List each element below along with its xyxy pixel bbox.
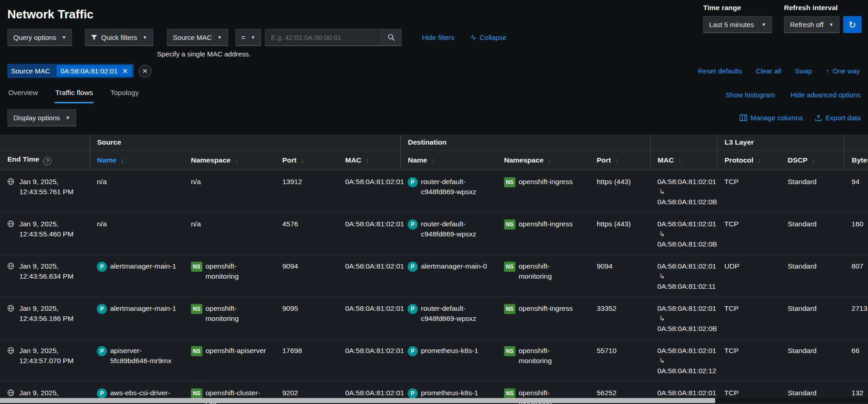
end-time-line1: Jan 9, 2025, xyxy=(19,346,73,356)
top-right-controls: Time range Last 5 minutes ▼ Refresh inte… xyxy=(703,4,862,33)
hide-filters-link[interactable]: Hide filters xyxy=(422,34,454,41)
table-row[interactable]: Jan 9, 2025, 12:43:55.460 PM P n/a NS n/… xyxy=(0,212,868,254)
group-l3-layer: L3 Layer xyxy=(717,135,844,150)
end-time-line1: Jan 9, 2025, xyxy=(19,177,73,187)
refresh-button[interactable]: ↻ xyxy=(843,16,862,33)
source-name-cell: P n/a xyxy=(90,170,184,212)
scrollbar-thumb[interactable] xyxy=(0,398,715,403)
source-port-cell: 9095 xyxy=(275,297,338,339)
refresh-interval-select[interactable]: Refresh off ▼ xyxy=(784,16,840,33)
tab-topology[interactable]: Topology xyxy=(109,86,140,103)
column-destination-namespace-label: Namespace xyxy=(504,156,543,164)
one-way-link[interactable]: ↑ One way xyxy=(826,67,860,75)
pod-badge: P xyxy=(408,388,418,398)
source-namespace-cell: NS openshift-monitoring xyxy=(184,254,275,297)
column-source-mac[interactable]: MAC↕ xyxy=(338,150,400,170)
source-name: alertmanager-main-1 xyxy=(110,303,176,314)
collapse-link[interactable]: Collapse xyxy=(470,34,506,41)
end-time-line2: 12:43:55.460 PM xyxy=(19,229,73,239)
destination-name-cell: P router-default-c948fd869-wpsxz xyxy=(400,212,497,254)
column-bytes[interactable]: Bytes↕ xyxy=(844,150,868,170)
table-row[interactable]: Jan 9, 2025, 12:43:55.761 PM P n/a NS n/… xyxy=(0,170,868,212)
reset-defaults-link[interactable]: Reset defaults xyxy=(698,67,742,75)
table-row[interactable]: Jan 9, 2025, 12:43:56.186 PM P alertmana… xyxy=(0,297,868,339)
column-source-port[interactable]: Port↕ xyxy=(275,150,338,170)
column-protocol[interactable]: Protocol↕ xyxy=(717,150,780,170)
column-source-name[interactable]: Name↓ xyxy=(90,150,184,170)
manage-columns-link[interactable]: Manage columns xyxy=(739,114,803,122)
namespace-badge: NS xyxy=(504,262,515,272)
quick-filters-dropdown[interactable]: Quick filters ▼ xyxy=(85,29,153,46)
close-icon: ✕ xyxy=(142,67,148,75)
namespace-badge: NS xyxy=(504,388,515,398)
hide-advanced-options-link[interactable]: Hide advanced options xyxy=(790,91,861,99)
help-icon[interactable]: ? xyxy=(43,157,51,165)
source-namespace-cell: NS openshift-apiserver xyxy=(184,339,275,381)
clear-all-link[interactable]: Clear all xyxy=(756,67,781,75)
clear-filter-group-button[interactable]: ✕ xyxy=(139,65,151,78)
column-mac-label: MAC xyxy=(658,156,674,164)
source-name: alertmanager-main-1 xyxy=(110,261,176,271)
column-end-time[interactable]: End Time? xyxy=(0,150,90,170)
destination-name-cell: P router-default-c948fd869-wpsxz xyxy=(400,297,497,339)
destination-name-cell: P prometheus-k8s-1 xyxy=(400,339,497,381)
source-name: aws-ebs-csi-driver- xyxy=(110,388,170,398)
reset-defaults-label: Reset defaults xyxy=(698,67,742,75)
filter-helper-text: Specify a single MAC address. xyxy=(0,50,868,58)
destination-port-cell: 55710 xyxy=(589,339,650,381)
mac-source-value: 0A:58:0A:81:02:01 xyxy=(657,219,710,229)
end-time-line1: Jan 9, 2025, xyxy=(19,303,73,314)
group-spacer xyxy=(844,135,868,150)
search-button[interactable] xyxy=(381,29,402,46)
show-histogram-link[interactable]: Show histogram xyxy=(726,91,775,99)
protocol-cell: UDP xyxy=(717,254,780,297)
chevron-down-icon: ▼ xyxy=(62,35,66,40)
pod-badge: P xyxy=(408,262,418,272)
swap-link[interactable]: Swap xyxy=(795,67,812,75)
globe-icon xyxy=(7,389,14,396)
tab-overview[interactable]: Overview xyxy=(7,86,39,103)
filter-value-input[interactable] xyxy=(265,29,381,46)
mac-source-value: 0A:58:0A:81:02:01 xyxy=(657,303,710,314)
table-column-header-row: End Time? Name↓ Namespace↕ Port↕ MAC↕ Na… xyxy=(0,150,868,170)
source-namespace: openshift-monitoring xyxy=(206,303,268,324)
pod-badge: P xyxy=(97,346,107,356)
destination-name-cell: P router-default-c948fd869-wpsxz xyxy=(400,170,497,212)
column-destination-name[interactable]: Name↕ xyxy=(400,150,497,170)
group-source: Source xyxy=(90,135,400,150)
tab-traffic-flows[interactable]: Traffic flows xyxy=(55,86,94,103)
sort-icon: ↕ xyxy=(432,157,435,164)
table-row[interactable]: Jan 9, 2025, 12:43:56.634 PM P alertmana… xyxy=(0,254,868,297)
destination-name-cell: P alertmanager-main-0 xyxy=(400,254,497,297)
column-source-namespace[interactable]: Namespace↕ xyxy=(184,150,275,170)
chip-close-icon[interactable]: ✕ xyxy=(122,67,128,74)
globe-icon xyxy=(7,305,14,312)
mac-cell: 0A:58:0A:81:02:01 ↳ 0A:58:0A:81:02:12 xyxy=(650,339,717,381)
query-options-dropdown[interactable]: Query options ▼ xyxy=(7,29,72,46)
table-row[interactable]: Jan 9, 2025, 12:43:57.070 PM P apiserver… xyxy=(0,339,868,381)
sync-icon: ↻ xyxy=(849,19,857,30)
export-data-link[interactable]: Export data xyxy=(815,114,861,122)
column-destination-port[interactable]: Port↕ xyxy=(589,150,650,170)
column-destination-namespace[interactable]: Namespace↕ xyxy=(497,150,589,170)
source-port-cell: 17698 xyxy=(275,339,338,381)
pod-badge: P xyxy=(408,219,418,230)
column-dscp[interactable]: DSCP↕ xyxy=(780,150,844,170)
end-time-line1: Jan 9, 2025, xyxy=(19,219,73,229)
column-destination-name-label: Name xyxy=(408,156,427,164)
arrow-down-right-icon: ↳ xyxy=(657,187,710,197)
horizontal-scrollbar[interactable] xyxy=(0,398,868,403)
source-name-cell: P alertmanager-main-1 xyxy=(90,254,184,297)
display-options-dropdown[interactable]: Display options ▼ xyxy=(7,109,76,126)
source-name: apiserver-5fc89bd646-mr9mx xyxy=(110,346,176,366)
globe-icon xyxy=(7,220,14,227)
globe-icon xyxy=(7,347,14,354)
column-mac[interactable]: MAC↕ xyxy=(650,150,717,170)
arrow-down-right-icon: ↳ xyxy=(657,356,710,366)
operator-dropdown[interactable]: = ▼ xyxy=(235,29,262,46)
filter-field-dropdown[interactable]: Source MAC ▼ xyxy=(167,29,228,46)
collapse-label: Collapse xyxy=(480,34,506,41)
time-range-select[interactable]: Last 5 minutes ▼ xyxy=(703,16,772,33)
filter-field-label: Source MAC xyxy=(173,34,212,41)
pod-badge: P xyxy=(97,262,107,272)
